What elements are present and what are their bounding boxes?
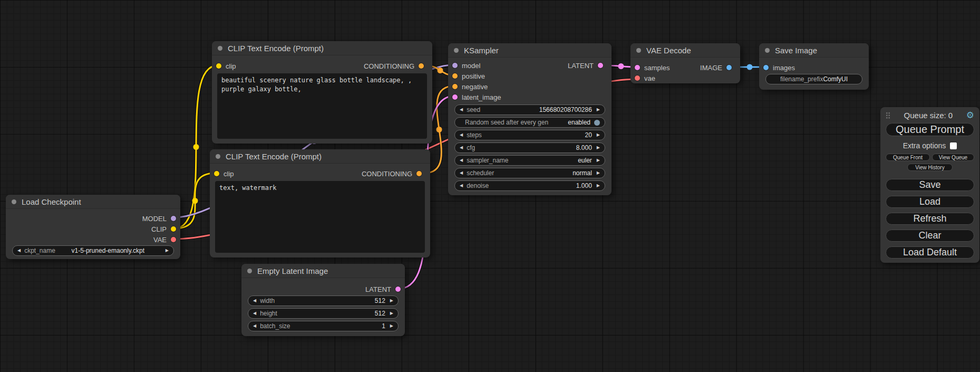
latent-image-input-port[interactable]: [452, 94, 458, 100]
decrement-arrow-icon[interactable]: ◀: [460, 171, 463, 175]
view-history-button[interactable]: View History: [907, 164, 953, 171]
settings-gear-icon[interactable]: ⚙: [966, 111, 974, 120]
collapse-dot-icon[interactable]: [12, 199, 16, 204]
node-title-bar[interactable]: CLIP Text Encode (Prompt): [212, 41, 432, 55]
random-seed-toggle-widget[interactable]: Random seed after every gen enabled: [454, 117, 605, 128]
negative-input-port[interactable]: [452, 84, 458, 89]
increment-arrow-icon[interactable]: ▶: [597, 108, 600, 112]
node-clip-text-encode-negative[interactable]: CLIP Text Encode (Prompt) clip CONDITION…: [210, 149, 430, 257]
width-widget[interactable]: ◀ width 512 ▶: [248, 295, 399, 306]
collapse-dot-icon[interactable]: [216, 154, 220, 159]
view-queue-button[interactable]: View Queue: [932, 154, 974, 161]
conditioning-output-port[interactable]: [416, 171, 422, 176]
decrement-arrow-icon[interactable]: ◀: [460, 184, 463, 188]
decrement-arrow-icon[interactable]: ◀: [460, 108, 463, 112]
latent-output-port[interactable]: [598, 63, 603, 68]
node-title-bar[interactable]: CLIP Text Encode (Prompt): [210, 149, 430, 164]
input-label-samples: samples: [644, 64, 669, 72]
filename-prefix-widget[interactable]: filename_prefix ComfyUI: [765, 74, 862, 84]
output-label-conditioning: CONDITIONING: [362, 170, 412, 178]
node-title: Empty Latent Image: [257, 266, 328, 275]
widget-label: ckpt_name: [24, 247, 55, 254]
queue-front-button[interactable]: Queue Front: [886, 154, 930, 161]
node-title-bar[interactable]: KSampler: [448, 43, 612, 58]
load-default-button[interactable]: Load Default: [886, 246, 974, 259]
widget-value: enabled: [568, 119, 590, 126]
node-title-bar[interactable]: VAE Decode: [630, 43, 740, 58]
increment-arrow-icon[interactable]: ▶: [597, 158, 600, 163]
denoise-widget[interactable]: ◀ denoise 1.000 ▶: [454, 180, 605, 191]
collapse-dot-icon[interactable]: [636, 48, 641, 53]
node-empty-latent-image[interactable]: Empty Latent Image LATENT ◀ width 512 ▶ …: [241, 264, 405, 336]
increment-arrow-icon[interactable]: ▶: [597, 171, 600, 175]
increment-arrow-icon[interactable]: ▶: [166, 249, 169, 253]
decrement-arrow-icon[interactable]: ◀: [460, 133, 463, 137]
node-clip-text-encode-positive[interactable]: CLIP Text Encode (Prompt) clip CONDITION…: [212, 41, 432, 144]
port-row-model: model LATENT: [448, 60, 612, 71]
conditioning-output-port[interactable]: [419, 63, 424, 69]
increment-arrow-icon[interactable]: ▶: [597, 184, 600, 188]
model-output-port[interactable]: [171, 216, 176, 221]
steps-widget[interactable]: ◀ steps 20 ▶: [454, 130, 605, 140]
decrement-arrow-icon[interactable]: ◀: [253, 299, 256, 303]
input-label-negative: negative: [462, 83, 488, 91]
decrement-arrow-icon[interactable]: ◀: [17, 249, 21, 253]
collapse-dot-icon[interactable]: [454, 48, 459, 53]
increment-arrow-icon[interactable]: ▶: [390, 324, 393, 328]
prompt-textarea[interactable]: text, watermark: [215, 181, 425, 253]
collapse-dot-icon[interactable]: [247, 269, 252, 273]
collapse-dot-icon[interactable]: [218, 46, 222, 51]
node-title-bar[interactable]: Load Checkpoint: [6, 195, 180, 209]
widget-value: 512: [375, 310, 385, 317]
refresh-button[interactable]: Refresh: [886, 213, 974, 225]
queue-prompt-button[interactable]: Queue Prompt: [886, 123, 974, 136]
decrement-arrow-icon[interactable]: ◀: [460, 158, 463, 163]
drag-handle-icon[interactable]: [886, 112, 890, 119]
node-save-image[interactable]: Save Image images filename_prefix ComfyU…: [759, 43, 869, 90]
clip-output-port[interactable]: [171, 226, 176, 232]
decrement-arrow-icon[interactable]: ◀: [460, 146, 463, 150]
node-title-bar[interactable]: Empty Latent Image: [241, 264, 405, 278]
collapse-dot-icon[interactable]: [765, 48, 770, 53]
ckpt-name-widget[interactable]: ◀ ckpt_name v1-5-pruned-emaonly.ckpt ▶: [12, 245, 174, 256]
node-vae-decode[interactable]: VAE Decode samples IMAGE vae: [630, 43, 740, 83]
samples-input-port[interactable]: [635, 65, 640, 70]
widget-label: height: [260, 310, 277, 317]
clip-input-port[interactable]: [214, 171, 219, 176]
increment-arrow-icon[interactable]: ▶: [597, 146, 600, 150]
sampler-name-widget[interactable]: ◀ sampler_name euler ▶: [454, 155, 605, 166]
increment-arrow-icon[interactable]: ▶: [390, 299, 393, 303]
load-button[interactable]: Load: [886, 196, 974, 208]
widget-value: ComfyUI: [823, 75, 848, 83]
images-input-port[interactable]: [763, 65, 769, 70]
height-widget[interactable]: ◀ height 512 ▶: [248, 308, 399, 319]
node-ksampler[interactable]: KSampler model LATENT positive negative …: [448, 43, 612, 195]
batch-size-widget[interactable]: ◀ batch_size 1 ▶: [248, 321, 399, 331]
toggle-on-icon[interactable]: [594, 120, 600, 126]
input-label-model: model: [462, 62, 480, 70]
image-output-port[interactable]: [726, 65, 732, 70]
widget-value: 1.000: [576, 182, 592, 189]
vae-output-port[interactable]: [171, 237, 176, 242]
node-title: Save Image: [775, 46, 817, 55]
positive-input-port[interactable]: [452, 73, 458, 79]
vae-input-port[interactable]: [635, 75, 640, 81]
model-input-port[interactable]: [452, 63, 458, 68]
node-load-checkpoint[interactable]: Load Checkpoint MODEL CLIP VAE ◀ ckpt_na…: [6, 195, 180, 259]
extra-options-checkbox[interactable]: [950, 142, 957, 149]
node-title-bar[interactable]: Save Image: [759, 43, 869, 58]
clear-button[interactable]: Clear: [886, 230, 974, 242]
cfg-widget[interactable]: ◀ cfg 8.000 ▶: [454, 142, 605, 153]
prompt-textarea[interactable]: beautiful scenery nature glass bottle la…: [217, 73, 427, 139]
scheduler-widget[interactable]: ◀ scheduler normal ▶: [454, 168, 605, 178]
decrement-arrow-icon[interactable]: ◀: [253, 324, 256, 328]
decrement-arrow-icon[interactable]: ◀: [253, 311, 256, 316]
widget-label: width: [260, 297, 275, 304]
node-graph-canvas[interactable]: Load Checkpoint MODEL CLIP VAE ◀ ckpt_na…: [0, 0, 980, 372]
clip-input-port[interactable]: [216, 63, 221, 69]
increment-arrow-icon[interactable]: ▶: [597, 133, 600, 137]
latent-output-port[interactable]: [395, 287, 401, 292]
seed-widget[interactable]: ◀ seed 156680208700286 ▶: [454, 104, 605, 115]
increment-arrow-icon[interactable]: ▶: [390, 311, 393, 316]
save-button[interactable]: Save: [886, 179, 974, 191]
